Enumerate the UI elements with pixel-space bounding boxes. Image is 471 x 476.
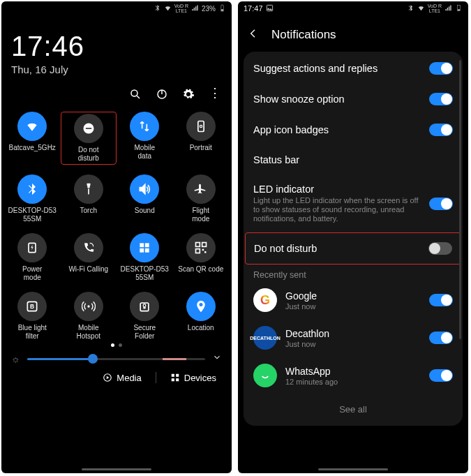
bluetooth-icon bbox=[154, 4, 161, 13]
svg-rect-29 bbox=[458, 9, 460, 10]
sound-icon bbox=[130, 174, 159, 204]
svg-rect-25 bbox=[172, 378, 174, 381]
tile-secure[interactable]: SecureFolder bbox=[117, 292, 173, 341]
setting-title: LED indicator bbox=[253, 184, 422, 195]
app-row[interactable]: GGoogleJust now bbox=[244, 281, 463, 319]
nav-handle[interactable] bbox=[82, 468, 151, 470]
svg-rect-8 bbox=[140, 243, 144, 247]
setting-title: Status bar bbox=[253, 154, 453, 165]
setting-row[interactable]: App icon badges bbox=[244, 114, 463, 145]
tile-label: Powermode bbox=[22, 265, 42, 282]
app-name: Decathlon bbox=[285, 328, 421, 339]
tile-portrait[interactable]: Portrait bbox=[173, 112, 230, 165]
svg-point-6 bbox=[200, 125, 202, 127]
app-name: Google bbox=[285, 290, 421, 302]
more-icon[interactable]: ⋮ bbox=[209, 88, 220, 103]
chevron-down-icon[interactable] bbox=[212, 352, 222, 365]
scroll-indicator bbox=[459, 60, 461, 339]
setting-title: Do not disturb bbox=[254, 243, 421, 254]
tiles-grid: Batcave_5GHzDo notdisturbMobiledataPortr… bbox=[1, 107, 232, 341]
dnd-icon bbox=[74, 114, 103, 143]
hotspot-icon bbox=[74, 292, 103, 321]
back-icon[interactable] bbox=[248, 28, 259, 42]
bluetooth-icon bbox=[17, 174, 47, 204]
tile-label: DESKTOP-D5355SM bbox=[8, 207, 57, 223]
tile-hotspot[interactable]: MobileHotspot bbox=[61, 292, 117, 341]
tile-bluelight[interactable]: BBlue lightfilter bbox=[4, 292, 61, 341]
svg-point-30 bbox=[260, 370, 271, 382]
tile-wifi[interactable]: Batcave_5GHz bbox=[4, 112, 61, 165]
app-icon: G bbox=[253, 288, 277, 312]
app-time: 12 minutes ago bbox=[285, 378, 421, 386]
svg-rect-9 bbox=[145, 243, 149, 247]
toggle[interactable] bbox=[429, 62, 453, 75]
app-row[interactable]: DECATHLONDecathlonJust now bbox=[244, 319, 463, 357]
recently-sent-label: Recently sent bbox=[244, 265, 463, 281]
portrait-icon bbox=[186, 112, 216, 141]
toggle[interactable] bbox=[428, 242, 452, 255]
setting-row[interactable]: LED indicatorLight up the LED indicator … bbox=[244, 174, 463, 232]
network-label: VoD RLTE1 bbox=[428, 3, 442, 13]
tile-label: Blue lightfilter bbox=[18, 324, 47, 341]
toggle[interactable] bbox=[429, 332, 453, 344]
gear-icon[interactable] bbox=[182, 88, 195, 103]
tile-label: Batcave_5GHz bbox=[9, 144, 56, 161]
battery-percent: 23% bbox=[202, 5, 216, 13]
wifi-icon bbox=[417, 4, 425, 13]
tile-qr[interactable]: Scan QR code bbox=[173, 233, 230, 282]
toggle[interactable] bbox=[429, 93, 453, 105]
toggle[interactable] bbox=[429, 198, 453, 210]
setting-row[interactable]: Status bar bbox=[244, 145, 463, 174]
secure-icon bbox=[130, 292, 159, 321]
tile-sound[interactable]: Sound bbox=[117, 174, 173, 223]
tile-data[interactable]: Mobiledata bbox=[117, 112, 173, 165]
tile-power[interactable]: Powermode bbox=[4, 233, 61, 282]
media-button[interactable]: Media bbox=[103, 372, 141, 383]
brightness-slider[interactable]: ☼ bbox=[1, 347, 232, 365]
tile-flight[interactable]: Flightmode bbox=[173, 174, 230, 223]
setting-row[interactable]: Do not disturb bbox=[245, 232, 461, 265]
setting-subtitle: Light up the LED indicator when the scre… bbox=[253, 196, 422, 223]
search-icon[interactable] bbox=[129, 88, 142, 103]
setting-row[interactable]: Show snooze option bbox=[244, 84, 463, 114]
tile-label: Flightmode bbox=[192, 207, 209, 223]
tile-bluetooth[interactable]: DESKTOP-D5355SM bbox=[4, 174, 61, 223]
flight-icon bbox=[186, 174, 216, 204]
svg-point-1 bbox=[131, 90, 137, 96]
tile-windows[interactable]: DESKTOP-D5355SM bbox=[117, 233, 173, 282]
footer-row: Media Devices bbox=[1, 365, 232, 383]
tile-label: MobileHotspot bbox=[77, 324, 100, 341]
toggle[interactable] bbox=[429, 294, 453, 306]
devices-button[interactable]: Devices bbox=[170, 372, 216, 383]
battery-icon bbox=[455, 4, 463, 13]
app-icon: DECATHLON bbox=[253, 326, 277, 350]
app-row[interactable]: WhatsApp12 minutes ago bbox=[244, 357, 463, 394]
tile-torch[interactable]: Torch bbox=[61, 174, 117, 223]
battery-icon bbox=[218, 4, 226, 13]
app-icon bbox=[253, 364, 277, 387]
brightness-icon: ☼ bbox=[11, 353, 20, 364]
tile-wificall[interactable]: Wi-Fi Calling bbox=[61, 233, 117, 282]
tile-label: Portrait bbox=[190, 144, 212, 161]
see-all-button[interactable]: See all bbox=[244, 394, 463, 424]
tile-location[interactable]: Location bbox=[173, 292, 230, 341]
svg-rect-15 bbox=[202, 249, 204, 251]
notifications-settings: 17:47 VoD RLTE1 Notifications Suggest ac… bbox=[238, 1, 468, 473]
toggle[interactable] bbox=[429, 369, 453, 382]
wificall-icon bbox=[74, 233, 103, 262]
app-time: Just now bbox=[285, 302, 421, 311]
image-icon bbox=[266, 4, 274, 13]
network-label: VoD RLTE1 bbox=[174, 3, 188, 13]
svg-rect-26 bbox=[176, 378, 179, 381]
tile-label: Location bbox=[188, 324, 214, 341]
tile-dnd[interactable]: Do notdisturb bbox=[61, 112, 117, 165]
nav-handle[interactable] bbox=[318, 468, 388, 470]
svg-rect-24 bbox=[176, 374, 179, 377]
toggle[interactable] bbox=[429, 124, 453, 136]
bluetooth-icon bbox=[407, 4, 414, 13]
setting-row[interactable]: Suggest actions and replies bbox=[244, 53, 463, 84]
location-icon bbox=[186, 292, 216, 321]
svg-rect-11 bbox=[145, 248, 149, 253]
tile-label: SecureFolder bbox=[133, 324, 156, 341]
power-icon[interactable] bbox=[156, 88, 168, 103]
